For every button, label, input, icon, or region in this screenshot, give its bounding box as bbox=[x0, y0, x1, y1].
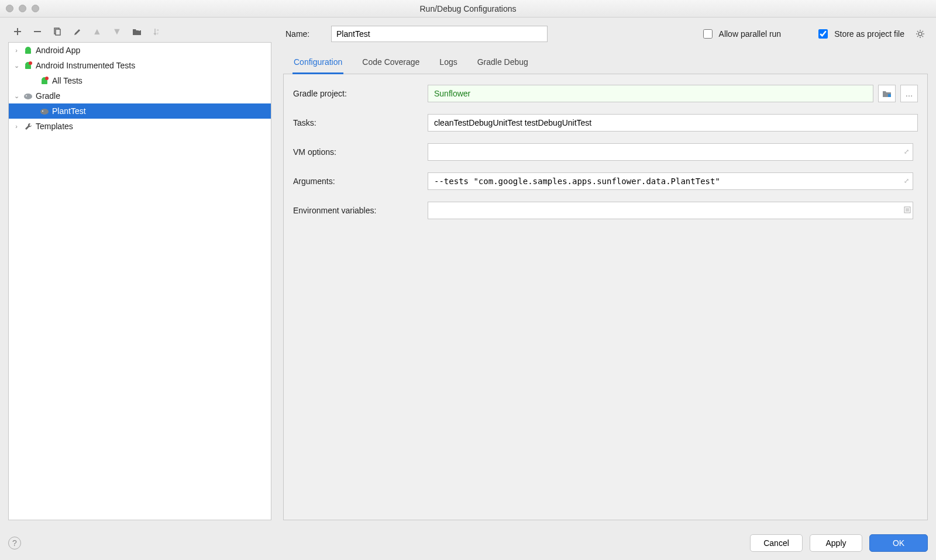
vm-options-input[interactable] bbox=[428, 143, 913, 161]
tab-code-coverage[interactable]: Code Coverage bbox=[361, 53, 421, 74]
tree-node-gradle[interactable]: ⌄ Gradle bbox=[9, 88, 271, 103]
remove-button[interactable] bbox=[32, 26, 43, 37]
env-vars-input[interactable] bbox=[428, 202, 913, 219]
svg-rect-4 bbox=[25, 50, 31, 54]
arguments-input[interactable] bbox=[428, 172, 913, 190]
tab-content: Gradle project: … Tasks: bbox=[283, 74, 928, 520]
ok-button[interactable]: OK bbox=[869, 534, 928, 552]
svg-point-11 bbox=[40, 109, 49, 115]
store-as-file-label: Store as project file bbox=[834, 29, 904, 39]
tab-configuration[interactable]: Configuration bbox=[292, 53, 343, 74]
tree-label: Android Instrumented Tests bbox=[36, 61, 135, 70]
tree-node-all-tests[interactable]: All Tests bbox=[9, 73, 271, 88]
wrench-icon bbox=[23, 121, 33, 132]
allow-parallel-check[interactable]: Allow parallel run bbox=[701, 27, 782, 40]
chevron-right-icon: › bbox=[12, 47, 20, 54]
android-test-icon bbox=[23, 60, 33, 71]
allow-parallel-checkbox[interactable] bbox=[703, 29, 713, 39]
allow-parallel-label: Allow parallel run bbox=[719, 29, 782, 39]
android-test-icon bbox=[39, 75, 50, 86]
help-button[interactable]: ? bbox=[8, 537, 21, 549]
tree-node-templates[interactable]: › Templates bbox=[9, 119, 271, 134]
minimize-dot[interactable] bbox=[19, 5, 26, 12]
tree-label: PlantTest bbox=[52, 106, 86, 116]
config-toolbar: ▲ ▼ az bbox=[8, 26, 271, 42]
registered-projects-button[interactable] bbox=[878, 85, 896, 102]
chevron-down-icon: ⌄ bbox=[12, 92, 20, 100]
tasks-input[interactable] bbox=[428, 114, 918, 132]
zoom-dot[interactable] bbox=[32, 5, 39, 12]
svg-rect-1 bbox=[56, 29, 60, 35]
gradle-icon bbox=[23, 91, 33, 101]
move-up-button[interactable]: ▲ bbox=[91, 26, 103, 37]
edit-defaults-button[interactable] bbox=[71, 26, 83, 37]
tree-label: All Tests bbox=[52, 76, 82, 85]
svg-point-6 bbox=[29, 61, 32, 65]
cancel-button[interactable]: Cancel bbox=[750, 534, 803, 552]
tree-label: Android App bbox=[36, 46, 80, 55]
copy-button[interactable] bbox=[51, 26, 63, 37]
window-controls bbox=[6, 5, 39, 12]
gear-icon[interactable] bbox=[915, 29, 925, 39]
svg-text:z: z bbox=[157, 32, 159, 35]
add-button[interactable] bbox=[12, 26, 23, 37]
move-down-button[interactable]: ▼ bbox=[111, 26, 123, 37]
config-tree[interactable]: › Android App ⌄ Android Instrumented Tes… bbox=[8, 42, 271, 520]
store-as-file-checkbox[interactable] bbox=[818, 29, 828, 39]
folder-add-button[interactable] bbox=[131, 26, 143, 37]
svg-rect-5 bbox=[25, 65, 31, 69]
svg-point-8 bbox=[45, 77, 49, 80]
svg-rect-14 bbox=[888, 94, 891, 97]
name-label: Name: bbox=[285, 29, 321, 39]
svg-point-9 bbox=[24, 94, 32, 99]
chevron-down-icon: ⌄ bbox=[12, 62, 20, 70]
close-dot[interactable] bbox=[6, 5, 13, 12]
name-input[interactable] bbox=[331, 26, 548, 42]
tab-gradle-debug[interactable]: Gradle Debug bbox=[476, 53, 529, 74]
gradle-project-input[interactable] bbox=[428, 85, 873, 102]
sort-button[interactable]: az bbox=[151, 26, 163, 37]
android-icon bbox=[23, 45, 33, 56]
gradle-project-label: Gradle project: bbox=[293, 89, 428, 98]
env-vars-label: Environment variables: bbox=[293, 206, 428, 215]
tree-node-planttest[interactable]: PlantTest bbox=[9, 103, 271, 119]
svg-point-13 bbox=[918, 32, 922, 36]
tree-node-android-app[interactable]: › Android App bbox=[9, 43, 271, 58]
svg-point-12 bbox=[42, 110, 43, 112]
vm-options-label: VM options: bbox=[293, 147, 428, 157]
titlebar: Run/Debug Configurations bbox=[0, 0, 936, 18]
apply-button[interactable]: Apply bbox=[810, 534, 862, 552]
svg-rect-7 bbox=[42, 81, 47, 84]
chevron-right-icon: › bbox=[12, 123, 20, 130]
store-as-file-check[interactable]: Store as project file bbox=[816, 27, 904, 40]
gradle-icon bbox=[39, 106, 50, 116]
tree-label: Templates bbox=[36, 122, 73, 131]
tab-logs[interactable]: Logs bbox=[438, 53, 458, 74]
window-title: Run/Debug Configurations bbox=[0, 4, 936, 13]
svg-point-10 bbox=[26, 95, 27, 96]
tree-node-instrumented-tests[interactable]: ⌄ Android Instrumented Tests bbox=[9, 58, 271, 73]
tree-label: Gradle bbox=[36, 91, 60, 101]
tasks-label: Tasks: bbox=[293, 118, 428, 127]
browse-button[interactable]: … bbox=[900, 85, 918, 102]
arguments-label: Arguments: bbox=[293, 177, 428, 186]
config-tabs: Configuration Code Coverage Logs Gradle … bbox=[283, 53, 928, 74]
